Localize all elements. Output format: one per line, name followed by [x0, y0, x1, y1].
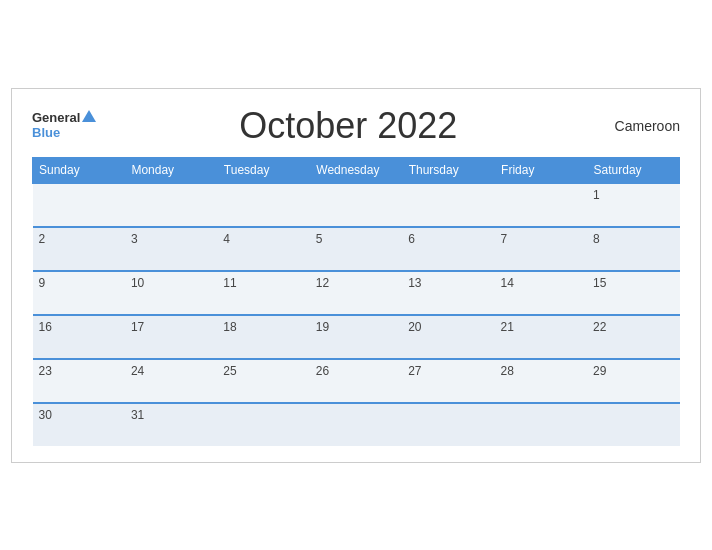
- day-number: 6: [408, 232, 415, 246]
- calendar-cell: 20: [402, 315, 494, 359]
- calendar-cell: 11: [217, 271, 309, 315]
- day-number: 30: [39, 408, 52, 422]
- day-header-wednesday: Wednesday: [310, 157, 402, 183]
- day-number: 11: [223, 276, 236, 290]
- calendar-cell: [33, 183, 125, 227]
- calendar-cell: 15: [587, 271, 679, 315]
- calendar-cell: 22: [587, 315, 679, 359]
- calendar-cell: [310, 403, 402, 446]
- calendar-cell: 3: [125, 227, 217, 271]
- calendar-cell: 28: [495, 359, 587, 403]
- calendar-cell: 4: [217, 227, 309, 271]
- calendar-cell: [402, 403, 494, 446]
- calendar-cell: 7: [495, 227, 587, 271]
- calendar-cell: 24: [125, 359, 217, 403]
- calendar-week-row: 3031: [33, 403, 680, 446]
- day-header-tuesday: Tuesday: [217, 157, 309, 183]
- calendar-cell: 30: [33, 403, 125, 446]
- logo-blue-text: Blue: [32, 126, 60, 140]
- calendar-cell: [495, 183, 587, 227]
- calendar-cell: [402, 183, 494, 227]
- calendar-table: SundayMondayTuesdayWednesdayThursdayFrid…: [32, 157, 680, 446]
- day-number: 12: [316, 276, 329, 290]
- day-number: 1: [593, 188, 600, 202]
- calendar-week-row: 2345678: [33, 227, 680, 271]
- logo-triangle-icon: [82, 110, 96, 122]
- calendar-cell: 18: [217, 315, 309, 359]
- logo-general-text: General: [32, 111, 80, 125]
- calendar-week-row: 16171819202122: [33, 315, 680, 359]
- day-number: 20: [408, 320, 421, 334]
- day-number: 29: [593, 364, 606, 378]
- calendar-cell: 6: [402, 227, 494, 271]
- day-number: 5: [316, 232, 323, 246]
- day-number: 13: [408, 276, 421, 290]
- day-number: 8: [593, 232, 600, 246]
- day-number: 14: [501, 276, 514, 290]
- calendar-cell: 14: [495, 271, 587, 315]
- calendar-cell: 8: [587, 227, 679, 271]
- day-number: 17: [131, 320, 144, 334]
- calendar-cell: 31: [125, 403, 217, 446]
- day-number: 22: [593, 320, 606, 334]
- calendar-cell: 21: [495, 315, 587, 359]
- calendar-cell: 13: [402, 271, 494, 315]
- day-number: 18: [223, 320, 236, 334]
- day-number: 7: [501, 232, 508, 246]
- day-number: 23: [39, 364, 52, 378]
- calendar-week-row: 1: [33, 183, 680, 227]
- day-number: 16: [39, 320, 52, 334]
- calendar-week-row: 9101112131415: [33, 271, 680, 315]
- calendar-cell: 26: [310, 359, 402, 403]
- calendar-cell: 9: [33, 271, 125, 315]
- day-header-friday: Friday: [495, 157, 587, 183]
- calendar-cell: [587, 403, 679, 446]
- calendar-cell: [217, 403, 309, 446]
- calendar-cell: 16: [33, 315, 125, 359]
- day-number: 31: [131, 408, 144, 422]
- calendar-week-row: 23242526272829: [33, 359, 680, 403]
- calendar-cell: 17: [125, 315, 217, 359]
- day-number: 3: [131, 232, 138, 246]
- day-number: 27: [408, 364, 421, 378]
- calendar-cell: 10: [125, 271, 217, 315]
- logo: General Blue: [32, 111, 96, 140]
- day-header-saturday: Saturday: [587, 157, 679, 183]
- day-number: 26: [316, 364, 329, 378]
- calendar-cell: 25: [217, 359, 309, 403]
- day-number: 28: [501, 364, 514, 378]
- days-header-row: SundayMondayTuesdayWednesdayThursdayFrid…: [33, 157, 680, 183]
- day-number: 4: [223, 232, 230, 246]
- day-number: 9: [39, 276, 46, 290]
- day-number: 2: [39, 232, 46, 246]
- day-number: 24: [131, 364, 144, 378]
- calendar-cell: [495, 403, 587, 446]
- calendar-cell: 27: [402, 359, 494, 403]
- day-number: 25: [223, 364, 236, 378]
- calendar-cell: 2: [33, 227, 125, 271]
- calendar-cell: [310, 183, 402, 227]
- calendar-cell: 19: [310, 315, 402, 359]
- calendar-cell: 5: [310, 227, 402, 271]
- day-number: 15: [593, 276, 606, 290]
- calendar-cell: 29: [587, 359, 679, 403]
- day-header-thursday: Thursday: [402, 157, 494, 183]
- calendar-container: General Blue October 2022 Cameroon Sunda…: [11, 88, 701, 463]
- month-title: October 2022: [239, 105, 457, 147]
- country-label: Cameroon: [600, 118, 680, 134]
- calendar-cell: [125, 183, 217, 227]
- day-number: 10: [131, 276, 144, 290]
- calendar-header: General Blue October 2022 Cameroon: [32, 105, 680, 147]
- calendar-cell: 12: [310, 271, 402, 315]
- calendar-cell: [217, 183, 309, 227]
- calendar-cell: 23: [33, 359, 125, 403]
- day-header-monday: Monday: [125, 157, 217, 183]
- day-header-sunday: Sunday: [33, 157, 125, 183]
- day-number: 21: [501, 320, 514, 334]
- calendar-cell: 1: [587, 183, 679, 227]
- day-number: 19: [316, 320, 329, 334]
